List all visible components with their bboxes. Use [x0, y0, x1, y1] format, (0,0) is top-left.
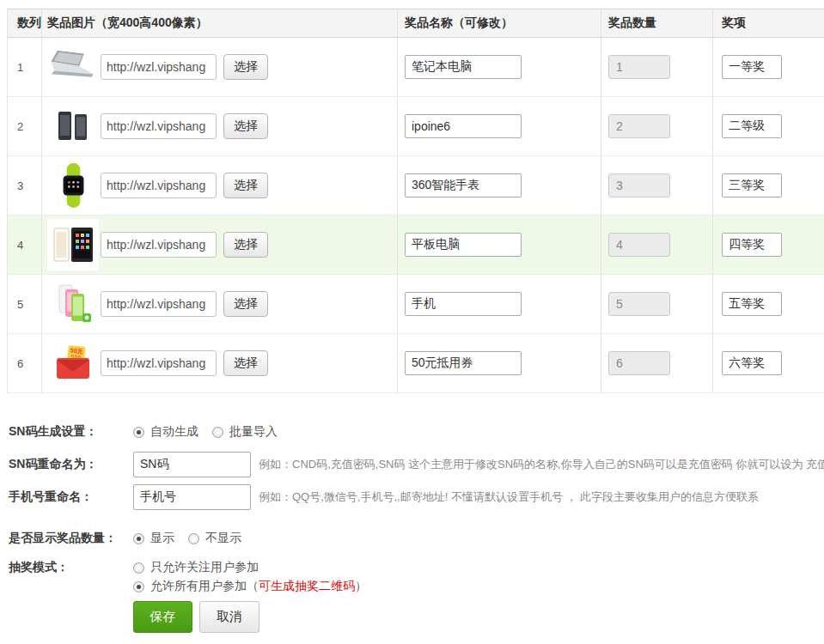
row-seq: 4 — [8, 216, 42, 274]
prize-award-input[interactable] — [722, 292, 782, 316]
tablets-image — [47, 219, 99, 270]
draw-mode-label: 抽奖模式： — [9, 558, 133, 575]
show-qty-label: 是否显示奖品数量： — [9, 531, 133, 546]
table-row: 4 选择 — [8, 216, 824, 275]
radio-batch-import[interactable]: 批量导入 — [212, 424, 278, 440]
radio-icon[interactable] — [133, 533, 144, 544]
table-header-row: 数列 奖品图片（宽400高400像素） 奖品名称（可修改） 奖品数量 奖项 — [8, 9, 824, 38]
save-button[interactable]: 保存 — [133, 601, 192, 633]
sn-rename-row: SN码重命名为： 例如：CND码,充值密码,SN码 这个主意用于修改SN码的名称… — [9, 452, 824, 477]
smartwatch-image — [47, 160, 99, 211]
prize-award-input[interactable] — [722, 114, 782, 138]
dark-phones-image — [47, 100, 99, 152]
row-seq: 6 — [8, 334, 42, 392]
radio-all-users[interactable]: 允许所有用户参加 （ 可生成抽奖二维码 ） — [133, 577, 367, 596]
settings-form: SN码生成设置： 自动生成 批量导入 SN码重命名为： 例如：CND码,充值密码… — [9, 424, 824, 633]
radio-label[interactable]: 批量导入 — [229, 424, 278, 440]
table-row: 2 选择 — [8, 97, 824, 156]
image-url-input[interactable] — [101, 350, 217, 376]
prize-name-input[interactable] — [405, 55, 522, 79]
paren-open: （ — [247, 579, 259, 594]
radio-hide[interactable]: 不显示 — [188, 531, 241, 546]
table-row: 6 50元 抵用券 选择 — [8, 334, 824, 393]
phone-rename-row: 手机号重命名： 例如：QQ号,微信号,手机号,,邮寄地址! 不懂请默认设置手机号… — [9, 484, 824, 510]
sn-rename-label: SN码重命名为： — [9, 457, 133, 472]
prize-qty-input — [608, 292, 670, 316]
radio-followers-only[interactable]: 只允许关注用户参加 — [133, 558, 367, 577]
row-seq: 2 — [8, 97, 42, 155]
prize-qty-input — [608, 55, 670, 79]
prize-name-input[interactable] — [405, 233, 522, 257]
row-seq: 1 — [8, 38, 42, 96]
select-image-button[interactable]: 选择 — [223, 54, 268, 80]
radio-icon[interactable] — [188, 533, 199, 544]
prize-table: 数列 奖品图片（宽400高400像素） 奖品名称（可修改） 奖品数量 奖项 1 … — [7, 9, 824, 393]
phone-rename-input[interactable] — [133, 484, 251, 510]
row-seq: 3 — [8, 156, 42, 215]
laptop-image — [47, 41, 99, 93]
header-name: 奖品名称（可修改） — [398, 9, 601, 37]
sn-rename-hint: 例如：CND码,充值密码,SN码 这个主意用于修改SN码的名称,你导入自己的SN… — [259, 457, 824, 472]
select-image-button[interactable]: 选择 — [223, 350, 268, 376]
sn-generate-row: SN码生成设置： 自动生成 批量导入 — [9, 424, 824, 440]
radio-auto-generate[interactable]: 自动生成 — [133, 424, 198, 440]
radio-label[interactable]: 显示 — [150, 531, 174, 546]
show-qty-row: 是否显示奖品数量： 显示 不显示 — [9, 531, 824, 546]
table-row: 1 选择 — [8, 38, 824, 97]
radio-label[interactable]: 不显示 — [205, 531, 241, 546]
sn-generate-label: SN码生成设置： — [9, 424, 133, 440]
prize-award-input[interactable] — [722, 173, 782, 197]
prize-name-input[interactable] — [405, 351, 522, 375]
select-image-button[interactable]: 选择 — [223, 173, 268, 198]
generate-qrcode-link[interactable]: 可生成抽奖二维码 — [259, 579, 355, 594]
table-row: 3 选择 — [8, 156, 824, 216]
prize-name-input[interactable] — [405, 114, 522, 138]
action-buttons: 保存 取消 — [133, 601, 824, 633]
image-url-input[interactable] — [101, 54, 217, 80]
radio-icon[interactable] — [133, 427, 144, 438]
image-url-input[interactable] — [101, 113, 217, 139]
image-url-input[interactable] — [101, 291, 217, 317]
phone-rename-hint: 例如：QQ号,微信号,手机号,,邮寄地址! 不懂请默认设置手机号 ， 此字段主要… — [259, 489, 759, 505]
image-url-input[interactable] — [101, 173, 217, 198]
prize-qty-input — [608, 173, 670, 197]
draw-mode-row: 抽奖模式： 只允许关注用户参加 允许所有用户参加 （ 可生成抽奖二维码 ） — [9, 558, 824, 596]
image-url-input[interactable] — [101, 232, 217, 258]
table-row: 5 选择 — [8, 275, 824, 334]
select-image-button[interactable]: 选择 — [223, 291, 268, 317]
coupon-image: 50元 抵用券 — [47, 337, 99, 389]
phone-rename-label: 手机号重命名： — [9, 489, 133, 505]
prize-name-input[interactable] — [405, 292, 522, 316]
paren-close: ） — [355, 579, 367, 594]
header-image: 奖品图片（宽400高400像素） — [42, 9, 398, 37]
radio-label[interactable]: 只允许关注用户参加 — [150, 560, 259, 575]
prize-qty-input — [608, 233, 670, 257]
prize-qty-input — [608, 351, 670, 375]
header-qty: 奖品数量 — [601, 9, 713, 37]
sn-rename-input[interactable] — [133, 452, 251, 477]
header-award: 奖项 — [713, 9, 824, 37]
radio-icon[interactable] — [133, 581, 144, 592]
radio-icon[interactable] — [212, 427, 223, 438]
radio-label[interactable]: 允许所有用户参加 — [150, 579, 247, 594]
color-phones-image — [47, 278, 99, 330]
select-image-button[interactable]: 选择 — [223, 232, 268, 258]
prize-award-input[interactable] — [722, 233, 782, 257]
radio-icon[interactable] — [133, 562, 144, 574]
prize-award-input[interactable] — [722, 55, 782, 79]
radio-label[interactable]: 自动生成 — [150, 424, 198, 440]
header-seq: 数列 — [8, 9, 42, 37]
row-seq: 5 — [8, 275, 42, 333]
radio-show[interactable]: 显示 — [133, 531, 174, 546]
prize-qty-input — [608, 114, 670, 138]
select-image-button[interactable]: 选择 — [223, 113, 268, 139]
prize-name-input[interactable] — [405, 173, 522, 197]
cancel-button[interactable]: 取消 — [199, 601, 259, 633]
prize-award-input[interactable] — [722, 351, 782, 375]
